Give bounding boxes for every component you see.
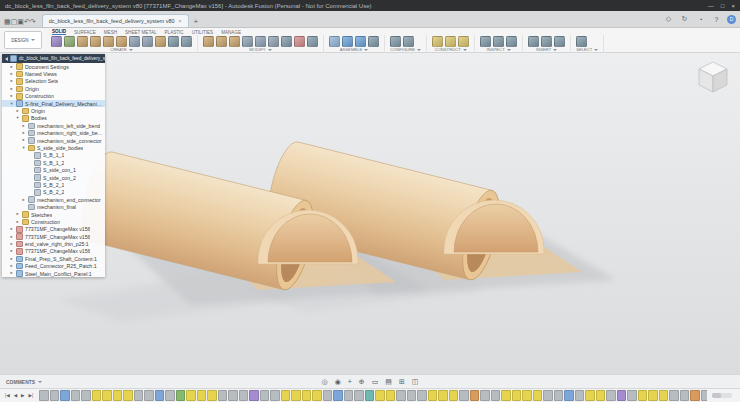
- primitive-box-icon[interactable]: [155, 36, 166, 47]
- insert-derive-icon[interactable]: [528, 36, 539, 47]
- timeline-feature-icon[interactable]: [638, 390, 648, 401]
- grid-settings-icon[interactable]: ⊞: [399, 378, 405, 385]
- measure-icon[interactable]: [480, 36, 491, 47]
- timeline-feature-icon[interactable]: [60, 390, 70, 401]
- chevron-right-icon[interactable]: ▸: [9, 87, 14, 91]
- as-built-joint-icon[interactable]: [355, 36, 366, 47]
- minimize-button[interactable]: —: [708, 3, 714, 9]
- timeline-feature-icon[interactable]: [606, 390, 616, 401]
- chevron-down-icon[interactable]: ▾: [21, 146, 26, 150]
- timeline-feature-icon[interactable]: [543, 390, 553, 401]
- chevron-right-icon[interactable]: ▸: [15, 212, 20, 216]
- browser-item[interactable]: ▸Feed_Connector_R25_Patch:1: [2, 263, 105, 270]
- chevron-right-icon[interactable]: ▸: [9, 271, 14, 275]
- combine-icon[interactable]: [242, 36, 253, 47]
- timeline-feature-icon[interactable]: [701, 390, 707, 401]
- timeline-feature-icon[interactable]: [92, 390, 102, 401]
- split-body-icon[interactable]: [268, 36, 279, 47]
- timeline-feature-icon[interactable]: [501, 390, 511, 401]
- timeline-feature-icon[interactable]: [522, 390, 532, 401]
- browser-item[interactable]: ▸Origin: [2, 107, 105, 114]
- change-parameters-icon[interactable]: [307, 36, 318, 47]
- data-panel-toggle-icon[interactable]: ▦: [4, 18, 11, 25]
- timeline-feature-icon[interactable]: [344, 390, 354, 401]
- browser-item[interactable]: ▸mechanism_side_connector: [2, 137, 105, 144]
- timeline-feature-icon[interactable]: [165, 390, 175, 401]
- chevron-right-icon[interactable]: ▸: [9, 257, 14, 261]
- browser-item[interactable]: ▸Steel_Main_Conflict_Panel:1: [2, 270, 105, 277]
- ribbon-tab-surface[interactable]: SURFACE: [74, 30, 96, 35]
- timeline-feature-icon[interactable]: [690, 390, 700, 401]
- timeline-feature-icon[interactable]: [144, 390, 154, 401]
- browser-item[interactable]: ▾S_side_side_bodies: [2, 144, 105, 151]
- chevron-right-icon[interactable]: ▸: [21, 198, 26, 202]
- rectangular-pattern-icon[interactable]: [168, 36, 179, 47]
- timeline-feature-icon[interactable]: [186, 390, 196, 401]
- browser-item[interactable]: ▸mechanism_left_side_bend: [2, 122, 105, 129]
- pan-icon[interactable]: +: [348, 378, 352, 385]
- appearance-icon[interactable]: [294, 36, 305, 47]
- chevron-down-icon[interactable]: ▾: [9, 102, 14, 106]
- timeline-feature-icon[interactable]: [207, 390, 217, 401]
- section-analysis-icon[interactable]: [506, 36, 517, 47]
- notifications-icon[interactable]: ◔: [695, 16, 706, 23]
- timeline-feature-icon[interactable]: [218, 390, 228, 401]
- timeline-feature-icon[interactable]: [428, 390, 438, 401]
- go-to-start-button[interactable]: |◀: [3, 393, 12, 398]
- browser-item[interactable]: S_B_2_1: [2, 181, 105, 188]
- timeline-feature-icon[interactable]: [470, 390, 480, 401]
- timeline-feature-icon[interactable]: [81, 390, 91, 401]
- timeline-feature-icon[interactable]: [312, 390, 322, 401]
- user-avatar[interactable]: D: [727, 15, 736, 24]
- chevron-right-icon[interactable]: ▸: [9, 249, 14, 253]
- timeline-feature-icon[interactable]: [291, 390, 301, 401]
- browser-item[interactable]: ▸Selection Sets: [2, 78, 105, 85]
- orbit-icon[interactable]: ◎: [322, 378, 328, 385]
- browser-item[interactable]: S_B_1_1: [2, 152, 105, 159]
- timeline-feature-icon[interactable]: [176, 390, 186, 401]
- timeline-feature-icon[interactable]: [375, 390, 385, 401]
- timeline-feature-icon[interactable]: [113, 390, 123, 401]
- timeline-feature-icon[interactable]: [365, 390, 375, 401]
- browser-item[interactable]: ▸Construction: [2, 218, 105, 225]
- chevron-right-icon[interactable]: ▸: [9, 72, 14, 76]
- hole-icon[interactable]: [129, 36, 140, 47]
- ribbon-tab-sheet-metal[interactable]: SHEET METAL: [125, 30, 156, 35]
- timeline-feature-icon[interactable]: [333, 390, 343, 401]
- extrude-icon[interactable]: [77, 36, 88, 47]
- timeline-feature-icon[interactable]: [323, 390, 333, 401]
- browser-item[interactable]: ▸Construction: [2, 93, 105, 100]
- browser-item[interactable]: ▸Sketches: [2, 211, 105, 218]
- timeline-feature-icon[interactable]: [617, 390, 627, 401]
- timeline-feature-icon[interactable]: [39, 390, 49, 401]
- browser-item[interactable]: S_side_con_1: [2, 166, 105, 173]
- browser-item[interactable]: ▾S-first_Final_Delivery_Mechanism:1: [2, 100, 105, 107]
- timeline-feature-icon[interactable]: [228, 390, 238, 401]
- browser-item[interactable]: S_B_2_2: [2, 189, 105, 196]
- timeline-scrollbar[interactable]: [712, 393, 732, 398]
- fit-icon[interactable]: ▭: [372, 378, 379, 385]
- job-status-icon[interactable]: ↻: [679, 15, 690, 23]
- chevron-right-icon[interactable]: ▸: [21, 138, 26, 142]
- timeline-feature-icon[interactable]: [386, 390, 396, 401]
- construction-axis-icon[interactable]: [445, 36, 456, 47]
- redo-icon[interactable]: ↷: [30, 18, 36, 25]
- timeline-feature-icon[interactable]: [554, 390, 564, 401]
- timeline-scroll-handle[interactable]: [712, 393, 721, 398]
- extensions-icon[interactable]: ◇: [663, 15, 674, 23]
- timeline-feature-icon[interactable]: [680, 390, 690, 401]
- browser-item[interactable]: ▸mechanism_end_connector: [2, 196, 105, 203]
- chevron-right-icon[interactable]: ▸: [9, 264, 14, 268]
- save-icon[interactable]: ▣: [17, 18, 24, 25]
- go-to-end-button[interactable]: ▶|: [27, 393, 36, 398]
- sweep-icon[interactable]: [103, 36, 114, 47]
- browser-item[interactable]: ▸mechanism_right_side_bend: [2, 130, 105, 137]
- viewcube[interactable]: [696, 59, 730, 95]
- timeline-feature-icon[interactable]: [459, 390, 469, 401]
- timeline-feature-icon[interactable]: [449, 390, 459, 401]
- shell-icon[interactable]: [229, 36, 240, 47]
- timeline-feature-icon[interactable]: [533, 390, 543, 401]
- ribbon-tab-plastic[interactable]: PLASTIC: [165, 30, 184, 35]
- step-back-button[interactable]: ◀: [12, 393, 19, 398]
- maximize-button[interactable]: □: [721, 3, 725, 9]
